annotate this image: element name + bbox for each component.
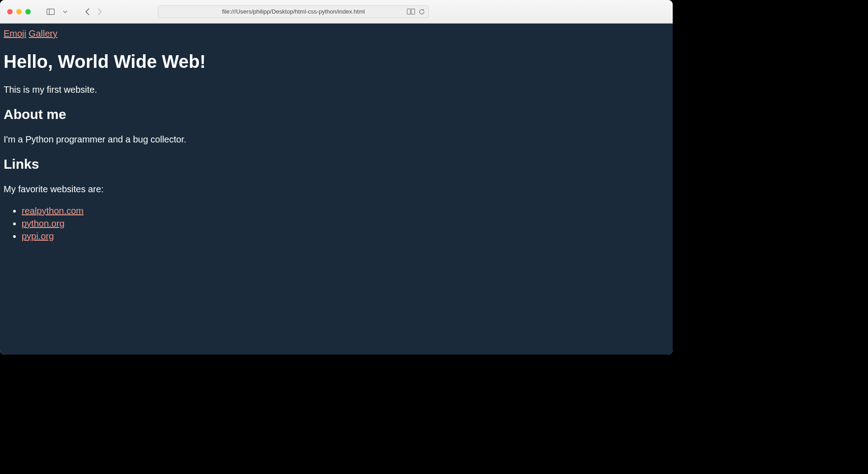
chevron-down-icon[interactable]: [59, 6, 71, 17]
close-window-button[interactable]: [7, 9, 13, 14]
page-nav-links: Emoji Gallery: [4, 27, 669, 40]
about-heading: About me: [4, 105, 669, 124]
browser-toolbar: file:///Users/philipp/Desktop/html-css-p…: [0, 0, 673, 24]
maximize-window-button[interactable]: [25, 9, 31, 14]
url-text: file:///Users/philipp/Desktop/html-css-p…: [163, 8, 424, 15]
browser-window: file:///Users/philipp/Desktop/html-css-p…: [0, 0, 673, 355]
page-viewport: Emoji Gallery Hello, World Wide Web! Thi…: [0, 24, 673, 355]
list-item: python.org: [22, 217, 669, 230]
minimize-window-button[interactable]: [16, 9, 22, 14]
reload-icon[interactable]: [419, 9, 425, 15]
address-bar[interactable]: file:///Users/philipp/Desktop/html-css-p…: [158, 5, 429, 18]
about-text: I'm a Python programmer and a bug collec…: [4, 133, 669, 146]
reader-icon[interactable]: [407, 9, 415, 14]
link-pypi-org[interactable]: pypi.org: [22, 231, 54, 241]
link-python-org[interactable]: python.org: [22, 218, 65, 228]
window-controls: [7, 9, 31, 14]
intro-text: This is my first website.: [4, 83, 669, 96]
nav-link-gallery[interactable]: Gallery: [29, 28, 57, 38]
page-title: Hello, World Wide Web!: [4, 49, 669, 74]
svg-rect-2: [407, 9, 411, 14]
links-intro: My favorite websites are:: [4, 183, 669, 195]
svg-rect-3: [411, 9, 415, 14]
forward-button[interactable]: [97, 8, 102, 16]
link-realpython[interactable]: realpython.com: [22, 206, 84, 216]
sidebar-icon[interactable]: [44, 6, 57, 17]
navigation-arrows: [85, 8, 102, 16]
svg-rect-0: [47, 9, 55, 14]
list-item: realpython.com: [22, 204, 669, 217]
list-item: pypi.org: [22, 230, 669, 242]
nav-link-emoji[interactable]: Emoji: [4, 28, 26, 38]
sidebar-toggle-group: [44, 6, 71, 17]
back-button[interactable]: [85, 8, 90, 16]
links-heading: Links: [4, 155, 669, 174]
links-list: realpython.com python.org pypi.org: [22, 204, 669, 242]
